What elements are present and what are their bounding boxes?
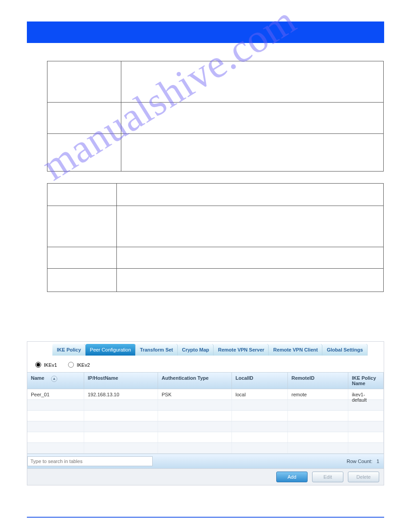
col-policy[interactable]: IKE Policy Name [348,373,384,389]
ike-version-radios: IKEv1 IKEv2 [27,356,384,372]
col-name[interactable]: Name ▲ [27,373,84,389]
cell-auth: PSK [158,389,232,399]
col-host[interactable]: IP/HostName [84,373,158,389]
radio-ikev1-text: IKEv1 [44,362,57,368]
radio-ikev2-label[interactable]: IKEv2 [68,362,90,368]
row-count-label: Row Count: [347,459,372,464]
page-header-bar [27,21,384,43]
table-row: . [27,421,384,432]
grid-footer: Row Count: 1 [27,454,384,468]
cell-local: local [232,389,288,399]
edit-button[interactable]: Edit [312,472,343,482]
tab-remote-vpn-client[interactable]: Remote VPN Client [269,344,322,356]
col-remoteid[interactable]: RemoteID [288,373,348,389]
upper-spec-tables [47,61,384,292]
col-localid[interactable]: LocalID [232,373,288,389]
radio-ikev2-text: IKEv2 [77,362,90,368]
radio-ikev2[interactable] [68,362,74,368]
col-auth[interactable]: Authentication Type [158,373,232,389]
radio-ikev1[interactable] [35,362,41,368]
tab-peer-configuration[interactable]: Peer Configuration [86,344,136,356]
tab-global-settings[interactable]: Global Settings [322,344,368,356]
add-button[interactable]: Add [276,472,308,482]
radio-ikev1-label[interactable]: IKEv1 [35,362,57,368]
peer-config-panel: IKE Policy Peer Configuration Transform … [27,341,384,485]
tab-crypto-map[interactable]: Crypto Map [178,344,214,356]
tab-remote-vpn-server[interactable]: Remote VPN Server [214,344,269,356]
table-row: . [27,443,384,454]
col-name-label: Name [31,375,44,381]
table-row: . [27,432,384,443]
tab-transform-set[interactable]: Transform Set [136,344,178,356]
cell-host: 192.168.13.10 [84,389,158,399]
footer-rule [27,517,384,518]
grid-header-row: Name ▲ IP/HostName Authentication Type L… [27,372,384,389]
row-count-value: 1 [377,459,379,464]
sort-asc-icon[interactable]: ▲ [51,376,57,382]
cell-policy: ikev1-default [348,389,384,399]
peer-grid: Name ▲ IP/HostName Authentication Type L… [27,372,384,468]
tab-ike-policy[interactable]: IKE Policy [52,344,86,356]
table-row: . [27,411,384,421]
search-input[interactable] [27,456,153,466]
grid-body: Peer_01 192.168.13.10 PSK local remote i… [27,389,384,454]
delete-button[interactable]: Delete [348,472,379,482]
cell-name: Peer_01 [27,389,84,399]
cell-remote: remote [288,389,348,399]
button-bar: Add Edit Delete [27,468,384,485]
table-row: . [27,400,384,411]
tab-strip: IKE Policy Peer Configuration Transform … [27,342,384,356]
table-row[interactable]: Peer_01 192.168.13.10 PSK local remote i… [27,389,384,400]
